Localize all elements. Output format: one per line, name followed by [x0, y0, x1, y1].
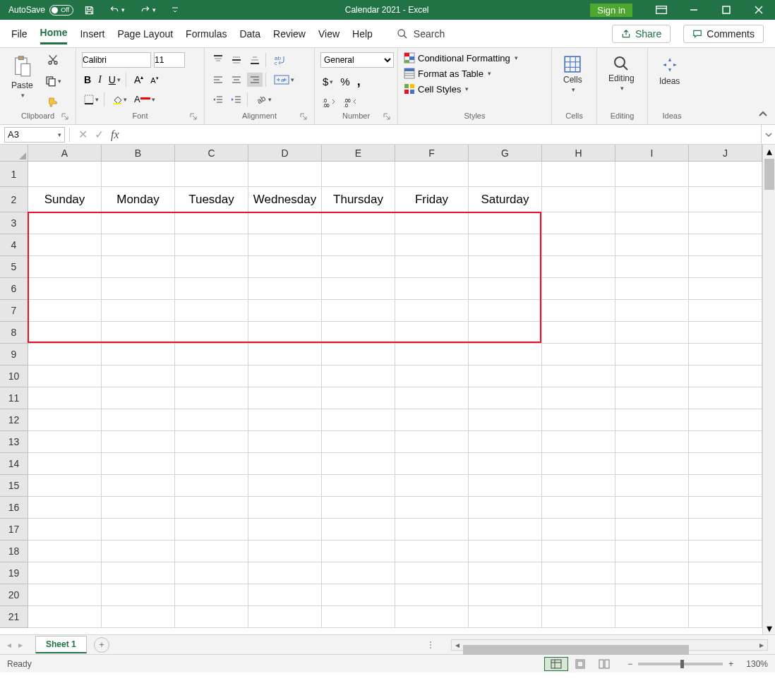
- cell-D17[interactable]: [248, 519, 322, 541]
- underline-button[interactable]: U▾: [107, 72, 123, 88]
- cell-E2[interactable]: Thursday: [322, 187, 395, 212]
- cell-F10[interactable]: [395, 366, 469, 387]
- cell-I8[interactable]: [615, 322, 689, 344]
- col-header-A[interactable]: A: [28, 145, 102, 162]
- font-color-button[interactable]: A▾: [132, 92, 157, 107]
- cell-J21[interactable]: [689, 606, 762, 628]
- cell-A15[interactable]: [28, 475, 102, 497]
- cell-J15[interactable]: [689, 475, 762, 497]
- cell-C6[interactable]: [175, 278, 248, 300]
- cell-J10[interactable]: [689, 366, 762, 387]
- cell-H17[interactable]: [542, 519, 615, 541]
- cell-B10[interactable]: [102, 366, 175, 387]
- col-header-H[interactable]: H: [542, 145, 615, 162]
- cell-D15[interactable]: [248, 475, 322, 497]
- redo-icon[interactable]: ▾: [136, 2, 160, 18]
- tab-formulas[interactable]: Formulas: [186, 24, 227, 44]
- cell-A13[interactable]: [28, 431, 102, 453]
- cell-C5[interactable]: [175, 256, 248, 278]
- cell-H18[interactable]: [542, 541, 615, 562]
- cell-A18[interactable]: [28, 541, 102, 562]
- cell-J1[interactable]: [689, 162, 762, 187]
- cell-J18[interactable]: [689, 541, 762, 562]
- conditional-formatting-button[interactable]: Conditional Formatting▾: [404, 52, 518, 64]
- cell-E17[interactable]: [322, 519, 395, 541]
- cell-G14[interactable]: [469, 453, 542, 475]
- cell-G4[interactable]: [469, 234, 542, 256]
- format-painter-button[interactable]: [45, 95, 61, 110]
- italic-button[interactable]: I: [96, 72, 104, 88]
- cell-D7[interactable]: [248, 300, 322, 322]
- cell-C18[interactable]: [175, 541, 248, 562]
- cell-F18[interactable]: [395, 541, 469, 562]
- cell-B11[interactable]: [102, 387, 175, 409]
- row-header-15[interactable]: 15: [0, 475, 28, 497]
- cell-D4[interactable]: [248, 234, 322, 256]
- cell-A3[interactable]: [28, 212, 102, 234]
- cell-C1[interactable]: [175, 162, 248, 187]
- row-header-1[interactable]: 1: [0, 162, 28, 187]
- cell-F19[interactable]: [395, 562, 469, 584]
- cell-E21[interactable]: [322, 606, 395, 628]
- cell-B2[interactable]: Monday: [102, 187, 175, 212]
- row-header-2[interactable]: 2: [0, 187, 28, 212]
- cell-A4[interactable]: [28, 234, 102, 256]
- cell-B17[interactable]: [102, 519, 175, 541]
- cell-D14[interactable]: [248, 453, 322, 475]
- tab-data[interactable]: Data: [239, 24, 260, 44]
- cell-D9[interactable]: [248, 344, 322, 366]
- tell-me-search[interactable]: Search: [397, 28, 445, 40]
- cell-F9[interactable]: [395, 344, 469, 366]
- col-header-G[interactable]: G: [469, 145, 542, 162]
- cell-E15[interactable]: [322, 475, 395, 497]
- share-button[interactable]: Share: [612, 25, 671, 43]
- row-header-6[interactable]: 6: [0, 278, 28, 300]
- save-icon[interactable]: [80, 2, 97, 18]
- cell-I1[interactable]: [615, 162, 689, 187]
- col-header-J[interactable]: J: [689, 145, 762, 162]
- cell-H20[interactable]: [542, 584, 615, 606]
- row-header-12[interactable]: 12: [0, 409, 28, 431]
- merge-center-button[interactable]: a▾: [272, 72, 296, 88]
- cell-J6[interactable]: [689, 278, 762, 300]
- cell-E19[interactable]: [322, 562, 395, 584]
- scroll-left-icon[interactable]: ◂: [452, 640, 463, 650]
- cell-F17[interactable]: [395, 519, 469, 541]
- cell-G20[interactable]: [469, 584, 542, 606]
- cell-D20[interactable]: [248, 584, 322, 606]
- scroll-down-icon[interactable]: ▾: [763, 622, 775, 634]
- cell-F4[interactable]: [395, 234, 469, 256]
- col-header-D[interactable]: D: [248, 145, 322, 162]
- cell-G2[interactable]: Saturday: [469, 187, 542, 212]
- customize-qat-icon[interactable]: [167, 2, 184, 18]
- align-middle-button[interactable]: [229, 52, 244, 68]
- cell-F12[interactable]: [395, 409, 469, 431]
- cell-J9[interactable]: [689, 344, 762, 366]
- row-header-5[interactable]: 5: [0, 256, 28, 278]
- new-sheet-button[interactable]: ＋: [94, 637, 109, 653]
- cell-J17[interactable]: [689, 519, 762, 541]
- cell-I9[interactable]: [615, 344, 689, 366]
- cell-G1[interactable]: [469, 162, 542, 187]
- cell-A19[interactable]: [28, 562, 102, 584]
- cell-A5[interactable]: [28, 256, 102, 278]
- tab-home[interactable]: Home: [40, 23, 68, 44]
- cell-I15[interactable]: [615, 475, 689, 497]
- cell-G21[interactable]: [469, 606, 542, 628]
- cell-I17[interactable]: [615, 519, 689, 541]
- ideas-button[interactable]: Ideas: [654, 52, 685, 110]
- cell-H6[interactable]: [542, 278, 615, 300]
- cell-E18[interactable]: [322, 541, 395, 562]
- grow-font-button[interactable]: A▴: [132, 72, 145, 88]
- cell-F21[interactable]: [395, 606, 469, 628]
- cell-C4[interactable]: [175, 234, 248, 256]
- cell-I14[interactable]: [615, 453, 689, 475]
- increase-decimal-button[interactable]: .0.00: [320, 95, 339, 109]
- fx-icon[interactable]: fx: [111, 128, 119, 141]
- row-header-13[interactable]: 13: [0, 431, 28, 453]
- cell-H5[interactable]: [542, 256, 615, 278]
- cell-I4[interactable]: [615, 234, 689, 256]
- split-handle-icon[interactable]: [428, 641, 433, 648]
- cell-J16[interactable]: [689, 497, 762, 519]
- cell-G19[interactable]: [469, 562, 542, 584]
